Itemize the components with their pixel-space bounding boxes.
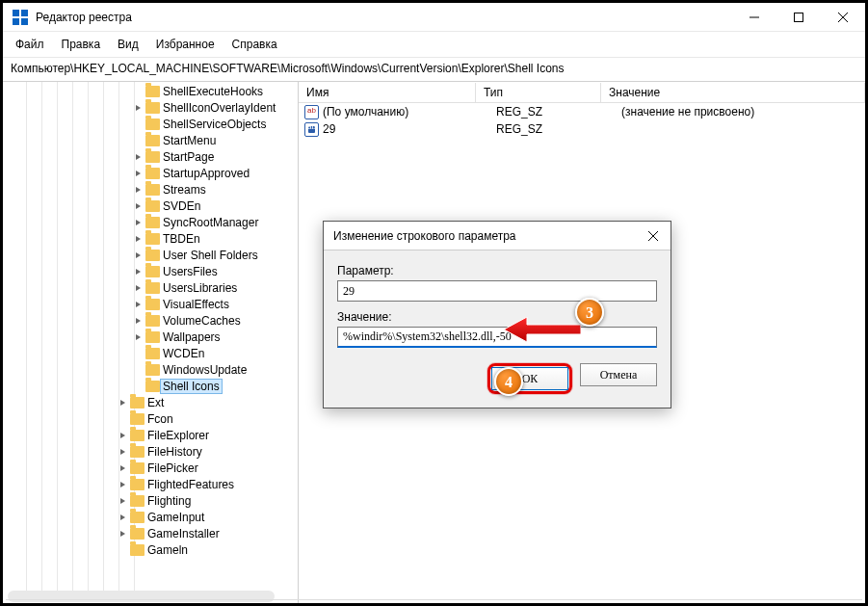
expand-icon[interactable] (120, 415, 128, 423)
expand-icon[interactable] (136, 333, 144, 341)
expand-icon[interactable] (136, 382, 144, 390)
tree-item[interactable]: ShellExecuteHooks (3, 83, 298, 99)
menu-edit[interactable]: Правка (53, 34, 110, 55)
tree-item[interactable]: StartupApproved (3, 165, 298, 181)
expand-icon[interactable] (136, 153, 144, 161)
tree-item[interactable]: WCDEn (3, 345, 298, 361)
expand-icon[interactable] (136, 219, 144, 226)
tree-item[interactable]: GameInstaller (3, 525, 298, 541)
tree-item[interactable]: SyncRootManager (3, 214, 298, 230)
expand-icon[interactable] (136, 120, 144, 128)
tree-item-label: SyncRootManager (163, 216, 258, 229)
tree-item[interactable]: Wallpapers (3, 329, 298, 345)
menu-view[interactable]: Вид (109, 34, 147, 55)
expand-icon[interactable] (136, 251, 144, 259)
tree-item[interactable]: UsersLibraries (3, 279, 298, 296)
folder-icon (130, 462, 145, 474)
expand-icon[interactable] (136, 202, 144, 210)
expand-icon[interactable] (120, 514, 128, 521)
expand-icon[interactable] (136, 186, 144, 194)
maximize-button[interactable] (776, 3, 821, 32)
row-name: 29 (323, 122, 496, 136)
tree-item-label: Shell Icons (160, 379, 223, 394)
tree-item-label: FlightedFeatures (147, 478, 234, 491)
value-input[interactable] (337, 327, 657, 348)
minimize-button[interactable] (732, 3, 776, 32)
menu-file[interactable]: Файл (7, 34, 53, 55)
tree-item[interactable]: Streams (3, 181, 298, 198)
tree-item[interactable]: VolumeCaches (3, 312, 298, 329)
tree-item[interactable]: StartPage (3, 148, 298, 165)
tree-item[interactable]: GameInput (3, 509, 298, 525)
app-icon (13, 10, 28, 25)
dialog-close-button[interactable] (636, 222, 671, 250)
window-title: Редактор реестра (36, 11, 732, 24)
expand-icon[interactable] (136, 104, 144, 112)
tree-item[interactable]: FileExplorer (3, 427, 298, 443)
folder-icon (145, 102, 160, 114)
expand-icon[interactable] (120, 464, 128, 472)
expand-icon[interactable] (136, 137, 144, 145)
tree-item[interactable]: User Shell Folders (3, 247, 298, 263)
expand-icon[interactable] (136, 301, 144, 308)
tree-item[interactable]: ShellServiceObjects (3, 116, 298, 132)
expand-icon[interactable] (136, 317, 144, 325)
expand-icon[interactable] (136, 350, 144, 357)
annotation-badge-4: 4 (494, 367, 523, 396)
tree-item[interactable]: FileHistory (3, 443, 298, 460)
folder-icon (130, 528, 145, 540)
tree-item-label: Gameln (147, 543, 188, 557)
svg-rect-1 (795, 13, 803, 21)
tree-item-label: TBDEn (163, 232, 200, 246)
expand-icon[interactable] (120, 399, 128, 407)
expand-icon[interactable] (136, 366, 144, 374)
tree-item[interactable]: UsersFiles (3, 263, 298, 279)
param-input[interactable] (337, 280, 657, 302)
address-bar[interactable]: Компьютер\HKEY_LOCAL_MACHINE\SOFTWARE\Mi… (3, 58, 865, 82)
tree-item-label: Flighting (147, 494, 191, 508)
col-type[interactable]: Тип (476, 83, 601, 102)
tree-item-label: Ext (147, 396, 164, 409)
expand-icon[interactable] (120, 497, 128, 505)
menubar: Файл Правка Вид Избранное Справка (3, 32, 865, 58)
list-row[interactable]: 29REG_SZ (299, 120, 865, 138)
tree-item[interactable]: VisualEffects (3, 296, 298, 312)
tree-item[interactable]: Flighting (3, 492, 298, 509)
tree-item[interactable]: FlightedFeatures (3, 476, 298, 492)
close-button[interactable] (821, 3, 865, 32)
expand-icon[interactable] (120, 530, 128, 538)
cancel-button[interactable]: Отмена (580, 363, 657, 386)
tree-item[interactable]: StartMenu (3, 132, 298, 148)
folder-icon (145, 168, 160, 179)
tree-item-label: Streams (163, 183, 206, 197)
expand-icon[interactable] (136, 88, 144, 95)
dialog-titlebar: Изменение строкового параметра (324, 222, 671, 250)
titlebar: Редактор реестра (3, 3, 865, 32)
expand-icon[interactable] (120, 546, 128, 554)
expand-icon[interactable] (136, 284, 144, 292)
tree-item[interactable]: WindowsUpdate (3, 361, 298, 378)
expand-icon[interactable] (136, 235, 144, 243)
expand-icon[interactable] (120, 481, 128, 488)
tree-item[interactable]: Ext (3, 394, 298, 410)
tree-item[interactable]: ShellIconOverlayIdent (3, 99, 298, 116)
tree-pane[interactable]: ShellExecuteHooksShellIconOverlayIdentSh… (3, 82, 299, 606)
expand-icon[interactable] (136, 170, 144, 177)
row-type: REG_SZ (496, 105, 621, 119)
tree-item-label: UsersFiles (163, 265, 218, 278)
expand-icon[interactable] (136, 268, 144, 276)
tree-item[interactable]: FilePicker (3, 460, 298, 476)
menu-fav[interactable]: Избранное (147, 34, 224, 55)
tree-item[interactable]: Shell Icons (3, 378, 298, 394)
list-row[interactable]: (По умолчанию)REG_SZ(значение не присвое… (299, 103, 865, 120)
menu-help[interactable]: Справка (224, 34, 286, 55)
col-name[interactable]: Имя (299, 83, 476, 102)
tree-item[interactable]: SVDEn (3, 198, 298, 214)
expand-icon[interactable] (120, 432, 128, 439)
tree-item[interactable]: Gameln (3, 541, 298, 558)
expand-icon[interactable] (120, 448, 128, 456)
col-value[interactable]: Значение (601, 83, 865, 102)
tree-item[interactable]: Fcon (3, 410, 298, 427)
annotation-badge-3: 3 (575, 298, 604, 327)
tree-item[interactable]: TBDEn (3, 230, 298, 247)
